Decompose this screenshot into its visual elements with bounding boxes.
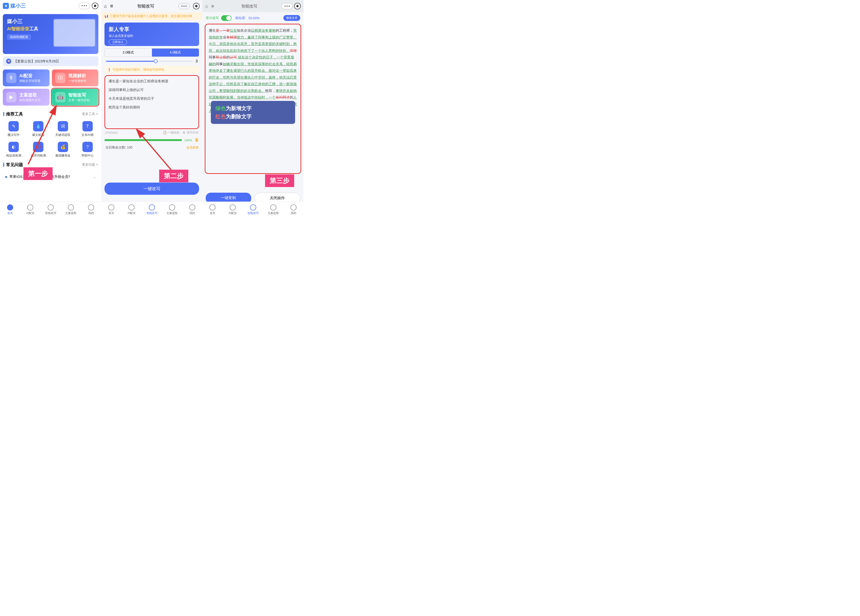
more-menu[interactable]: • • • <box>281 3 293 9</box>
nav-home[interactable]: 首页 <box>202 202 223 218</box>
diff-added: 以精湛业务著称 <box>251 28 276 32</box>
diff-normal: 然而， <box>265 89 276 93</box>
warning-icon: 📢 <box>105 14 108 18</box>
diff-deleted: 务精湛 <box>226 35 237 39</box>
tool-item[interactable]: ?帮助中心 <box>75 140 99 160</box>
nav-me[interactable]: 我的 <box>283 202 304 218</box>
show-rewrite-toggle[interactable] <box>221 15 231 21</box>
nav-me[interactable]: 我的 <box>182 202 202 218</box>
tool-item[interactable]: 💧爆文标题 <box>27 119 50 139</box>
tool-item[interactable]: ✎魔法写作 <box>2 119 25 139</box>
clear-button[interactable]: 🗑 清空内容 <box>182 130 199 135</box>
more-menu[interactable]: • • • <box>78 3 90 9</box>
rewrite-icon <box>48 204 54 210</box>
rewrite-button[interactable]: 一键改写 <box>105 183 199 195</box>
menu-icon[interactable]: ≡ <box>110 3 113 9</box>
tool-label: 邀请赚佣金 <box>51 154 75 158</box>
promo-banner[interactable]: 新人专享 加入会员更多福利 立即加入 <box>105 22 199 46</box>
menu-icon[interactable]: ≡ <box>211 3 214 9</box>
home-icon <box>108 204 115 210</box>
nav-extract[interactable]: 文案提取 <box>61 202 81 218</box>
svg-line-1 <box>137 129 176 176</box>
tip-strip: ❗ 可选择不同改写模式，增加改写多样性。 <box>105 66 199 74</box>
card-video-parse[interactable]: 印视频解析一键视频解析 <box>52 69 99 86</box>
rewrite-icon <box>250 204 256 210</box>
tab-mode-4[interactable]: 4.0模式 <box>152 49 199 56</box>
nav-extract[interactable]: 文案提取 <box>162 202 182 218</box>
tool-icon: 💰 <box>58 142 68 152</box>
diff-normal: 的 <box>226 55 230 59</box>
nav-voice[interactable]: AI配音 <box>223 202 243 218</box>
section-title-tools: 推荐工具 <box>6 111 82 117</box>
nav-rewrite[interactable]: 智能改写 <box>243 202 263 218</box>
tool-item[interactable]: ◐相似度检测 <box>2 140 25 160</box>
progress-bar <box>105 139 182 141</box>
nav-me[interactable]: 我的 <box>81 202 101 218</box>
nav-extract[interactable]: 文案提取 <box>263 202 283 218</box>
more-menu[interactable]: • • • <box>179 3 190 9</box>
nav-home[interactable]: 首页 <box>0 202 20 218</box>
home-icon[interactable]: ⌂ <box>205 3 208 9</box>
nav-voice[interactable]: AI配音 <box>121 202 141 218</box>
bottom-nav: 首页 AI配音 智能改写 文案提取 我的 <box>0 202 101 218</box>
me-icon <box>290 204 297 210</box>
me-icon <box>189 204 195 210</box>
nav-home[interactable]: 首页 <box>101 202 121 218</box>
chevron-down-icon: ⌄ <box>93 175 96 179</box>
vip-link[interactable]: 会员权限 <box>187 146 199 150</box>
card-ai-voice[interactable]: 🎙AI配音智能文字转语音 <box>3 69 50 86</box>
more-tools-link[interactable]: 更多工具 > <box>82 112 98 116</box>
diff-output[interactable]: 潘生是，一家位在知名企业以精湛业务著称的工程师，凭借他的专业务精湛能力，赢得了同… <box>205 24 301 174</box>
home-icon <box>209 204 215 210</box>
promo-button[interactable]: 立即加入 <box>109 39 127 45</box>
tool-label: 帮助中心 <box>75 154 99 158</box>
speaker-icon: 📢 <box>6 59 11 64</box>
diff-deleted: 是，一家 <box>216 28 230 32</box>
diff-deleted: 深得 <box>290 49 297 53</box>
diff-deleted: 名叫阿才 <box>276 95 290 99</box>
tool-item[interactable]: T文本纠错 <box>75 119 99 139</box>
mode-tabs: 2.0模式 4.0模式 <box>105 49 199 57</box>
tool-item[interactable]: 词关键词提取 <box>51 119 75 139</box>
rewrite-icon <box>149 204 155 210</box>
close-miniapp-icon[interactable] <box>92 3 98 9</box>
hero-banner[interactable]: 媒小三 AI智能语音工具 高级情感配音 <box>3 14 98 54</box>
section-title-faq: 常见问题 <box>6 162 82 168</box>
diff-deleted: 和上级 <box>216 55 226 59</box>
announcement-bar[interactable]: 📢 【更新公告】2023年6月29日 <box>3 56 98 66</box>
diff-normal: 潘生 <box>209 28 216 32</box>
diff-normal: 的 <box>290 95 293 99</box>
close-miniapp-icon[interactable] <box>294 3 301 9</box>
mic-icon: 🎙 <box>6 73 16 83</box>
tool-item[interactable]: 🚫违禁词检测 <box>27 140 50 160</box>
paste-button[interactable]: 📋 一键粘贴 <box>163 130 180 135</box>
nav-rewrite[interactable]: 智能改写 <box>40 202 61 218</box>
tool-icon: 💧 <box>33 121 44 132</box>
warning-strip: 📢 三要用于用户备份及收藏个人喜爱的文案等。原文案归相关网 <box>101 12 202 20</box>
edit-text-button[interactable]: 修改文本 <box>283 15 300 21</box>
input-textarea[interactable]: 潘生是一家知名企业的工程师业务精湛 深得同事和上级的认可 今天本该是他晋升高管的… <box>105 75 199 129</box>
tool-item[interactable]: 💰邀请赚佣金 <box>51 140 75 160</box>
crown-icon: ♛ <box>195 137 199 143</box>
bottom-nav: 首页 AI配音 智能改写 文案提取 我的 <box>101 202 202 218</box>
home-icon[interactable]: ⌂ <box>104 3 107 9</box>
strength-slider[interactable] <box>106 61 193 62</box>
diff-normal: 同事 <box>209 55 216 59</box>
hero-illustration <box>53 19 96 47</box>
diff-added: 位在 <box>230 28 237 32</box>
close-miniapp-icon[interactable] <box>193 3 199 9</box>
info-icon: ❗ <box>107 68 111 72</box>
card-text-extract[interactable]: ▶文案提取提取视频中文字 <box>3 89 50 106</box>
diff-deleted: 认可 <box>230 55 237 59</box>
nav-voice[interactable]: AI配音 <box>20 202 40 218</box>
card-rewrite[interactable]: 🤖智能改写文章一键伪原创 <box>52 89 99 106</box>
more-faq-link[interactable]: 更多问题 > <box>82 163 98 167</box>
nav-rewrite[interactable]: 智能改写 <box>141 202 162 218</box>
tool-icon: ◐ <box>8 142 19 152</box>
tool-icon: T <box>82 121 93 132</box>
extract-icon <box>270 204 276 210</box>
tab-mode-2[interactable]: 2.0模式 <box>105 49 152 56</box>
robot-icon: 🤖 <box>55 92 66 102</box>
section-bar <box>3 163 4 167</box>
hero-tag: 高级情感配音 <box>7 34 31 40</box>
